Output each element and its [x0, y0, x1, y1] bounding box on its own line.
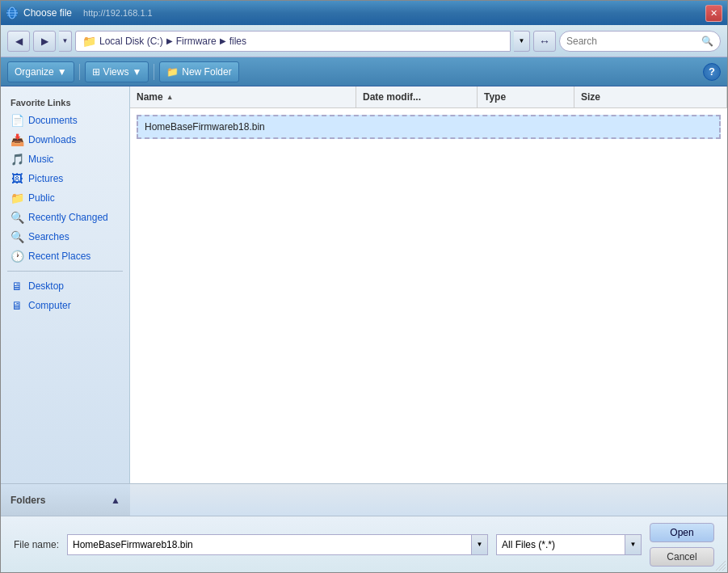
filename-label: File name:	[14, 539, 59, 550]
breadcrumb-firmware: Firmware	[176, 36, 217, 47]
back-button[interactable]: ◀	[7, 31, 30, 52]
sidebar-item-recently-changed[interactable]: 🔍 Recently Changed	[1, 208, 129, 227]
sidebar-item-downloads[interactable]: 📥 Downloads	[1, 130, 129, 150]
col-name-sort: ▲	[166, 93, 174, 101]
public-icon: 📁	[11, 192, 23, 204]
folders-arrow: ▲	[111, 495, 120, 506]
filename-input-wrap: ▼	[67, 534, 488, 555]
views-button[interactable]: ⊞ Views ▼	[85, 61, 149, 82]
sidebar-divider	[7, 271, 123, 272]
filetype-select-wrap: All Files (*.*) ▼	[496, 534, 642, 555]
column-header-name[interactable]: Name ▲	[130, 86, 356, 107]
views-label: Views	[103, 66, 129, 78]
filename-dropdown-button[interactable]: ▼	[472, 534, 488, 555]
views-icon: ⊞	[92, 66, 100, 78]
help-button[interactable]: ?	[703, 63, 721, 81]
file-list: Name ▲ Date modif... Type Size HomeBaseF…	[130, 86, 727, 483]
organize-button[interactable]: Organize ▼	[7, 61, 74, 82]
file-name-cell: HomeBaseFirmwareb18.bin	[138, 120, 364, 134]
sidebar-item-searches[interactable]: 🔍 Searches	[1, 227, 129, 246]
svg-line-6	[719, 564, 726, 571]
sidebar-item-music[interactable]: 🎵 Music	[1, 150, 129, 169]
col-name-label: Name	[137, 91, 163, 103]
file-date-cell	[364, 125, 486, 129]
sidebar-label-downloads: Downloads	[28, 134, 76, 145]
file-size-cell	[583, 125, 719, 129]
title-bar-left: Choose file http://192.168.1.1	[6, 6, 153, 19]
sidebar-label-music: Music	[28, 154, 53, 165]
sidebar-label-searches: Searches	[28, 231, 69, 242]
sidebar-label-recently-changed: Recently Changed	[28, 212, 108, 223]
col-type-label: Type	[484, 91, 506, 103]
new-folder-button[interactable]: 📁 New Folder	[159, 61, 238, 82]
toolbar: Organize ▼ ⊞ Views ▼ 📁 New Folder ?	[1, 57, 727, 86]
sidebar-folders-footer[interactable]: Folders ▲	[1, 483, 130, 516]
filetype-dropdown-button[interactable]: ▼	[625, 534, 642, 555]
pictures-icon: 🖼	[11, 172, 23, 185]
sidebar-item-documents[interactable]: 📄 Documents	[1, 111, 129, 130]
documents-icon: 📄	[11, 114, 23, 127]
col-date-label: Date modif...	[363, 91, 421, 103]
file-list-header: Name ▲ Date modif... Type Size	[130, 86, 727, 108]
sidebar-item-pictures[interactable]: 🖼 Pictures	[1, 169, 129, 188]
folders-label: Folders	[11, 495, 45, 506]
refresh-button[interactable]: ↔	[533, 31, 556, 52]
toolbar-separator-2	[154, 64, 154, 80]
sidebar-label-recent-places: Recent Places	[28, 251, 90, 262]
address-dropdown-button[interactable]: ▼	[514, 31, 530, 52]
recently-changed-icon: 🔍	[11, 211, 23, 224]
sidebar-section-title: Favorite Links	[1, 93, 129, 111]
search-input[interactable]	[566, 36, 698, 47]
forward-button[interactable]: ▶	[33, 31, 56, 52]
sidebar-label-documents: Documents	[28, 115, 78, 126]
col-size-label: Size	[581, 91, 600, 103]
sidebar-label-computer: Computer	[28, 300, 71, 311]
sidebar: Favorite Links 📄 Documents 📥 Downloads 🎵…	[1, 86, 130, 483]
desktop-icon: 🖥	[11, 280, 23, 293]
views-dropdown-arrow: ▼	[132, 66, 141, 78]
action-buttons: Open Cancel	[650, 523, 714, 567]
music-icon: 🎵	[11, 153, 23, 166]
organize-dropdown-arrow: ▼	[57, 66, 67, 78]
main-content: Favorite Links 📄 Documents 📥 Downloads 🎵…	[1, 86, 727, 483]
breadcrumb-arrow-2: ▶	[220, 36, 226, 45]
svg-line-7	[722, 567, 726, 571]
column-header-size[interactable]: Size	[574, 86, 727, 107]
sidebar-item-public[interactable]: 📁 Public	[1, 188, 129, 208]
file-item-0[interactable]: HomeBaseFirmwareb18.bin	[137, 115, 721, 139]
new-folder-label: New Folder	[182, 66, 231, 78]
sidebar-item-recent-places[interactable]: 🕐 Recent Places	[1, 246, 129, 266]
ie-icon	[6, 6, 19, 19]
search-icon[interactable]: 🔍	[701, 36, 713, 47]
file-name-text: HomeBaseFirmwareb18.bin	[145, 121, 265, 133]
sidebar-label-pictures: Pictures	[28, 173, 63, 184]
column-header-type[interactable]: Type	[478, 86, 574, 107]
title-bar: Choose file http://192.168.1.1 ✕	[1, 1, 727, 25]
dialog-url: http://192.168.1.1	[83, 8, 153, 18]
recent-places-icon: 🕐	[11, 250, 23, 263]
sidebar-item-computer[interactable]: 🖥 Computer	[1, 296, 129, 315]
file-type-cell	[486, 125, 583, 129]
breadcrumb-files: files	[229, 36, 246, 47]
choose-file-dialog: Choose file http://192.168.1.1 ✕ ◀ ▶ ▼ 📁…	[0, 0, 728, 573]
close-button[interactable]: ✕	[705, 5, 722, 22]
computer-icon: 🖥	[11, 299, 23, 312]
filetype-select[interactable]: All Files (*.*)	[496, 534, 625, 555]
footer-right-spacer	[130, 483, 727, 516]
cancel-button[interactable]: Cancel	[650, 547, 714, 567]
new-folder-icon: 📁	[166, 66, 179, 78]
address-path: 📁 Local Disk (C:) ▶ Firmware ▶ files	[75, 31, 511, 52]
nav-dropdown-button[interactable]: ▼	[59, 31, 72, 52]
dialog-title: Choose file	[23, 7, 72, 19]
breadcrumb-disk: Local Disk (C:)	[99, 36, 163, 47]
bottom-bar: File name: ▼ All Files (*.*) ▼ Open Canc…	[1, 516, 727, 572]
sidebar-item-desktop[interactable]: 🖥 Desktop	[1, 276, 129, 296]
resize-handle[interactable]	[716, 561, 726, 571]
address-bar: ◀ ▶ ▼ 📁 Local Disk (C:) ▶ Firmware ▶ fil…	[1, 25, 727, 57]
open-button[interactable]: Open	[650, 523, 714, 542]
toolbar-separator-1	[79, 64, 80, 80]
downloads-icon: 📥	[11, 133, 23, 146]
filename-input[interactable]	[67, 534, 472, 555]
searches-icon: 🔍	[11, 230, 23, 243]
column-header-date[interactable]: Date modif...	[356, 86, 478, 107]
